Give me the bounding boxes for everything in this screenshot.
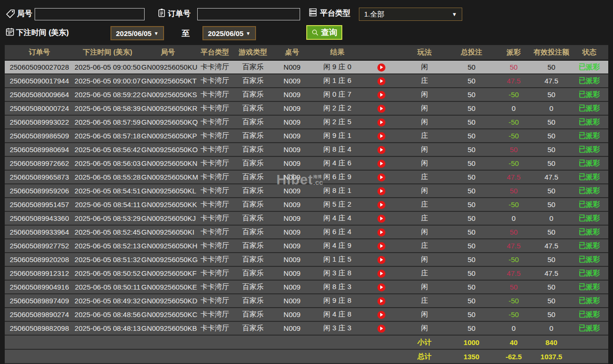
- date-to-picker[interactable]: 2025/06/05 ▼: [202, 26, 256, 40]
- play-video-button[interactable]: [377, 105, 385, 113]
- total-row: 总计1350-62.51037.5: [5, 350, 608, 364]
- table-row[interactable]: 2506050899277522025-06-05 08:52:13GN0092…: [5, 239, 608, 253]
- cell-game-type: 百家乐: [235, 104, 271, 113]
- table-row[interactable]: 2506050899930222025-06-05 08:57:59GN0092…: [5, 116, 608, 129]
- cell-valid-bet: 50: [532, 63, 570, 71]
- cell-total-bet: 50: [448, 310, 495, 318]
- play-video-button[interactable]: [377, 270, 385, 278]
- play-video-button[interactable]: [377, 283, 385, 291]
- cell-platform: 卡卡湾厅: [194, 90, 235, 99]
- table-row[interactable]: 2506050899339642025-06-05 08:52:45GN0092…: [5, 226, 608, 239]
- cell-order-no: 250605089972662: [5, 159, 74, 167]
- cell-valid-bet: 0: [532, 214, 570, 222]
- cell-total-bet: 50: [448, 283, 495, 291]
- cell-order-no: 250605089943360: [5, 214, 74, 222]
- order-no-input[interactable]: [197, 8, 300, 20]
- play-icon: [380, 285, 383, 289]
- cell-round-no: GN009256050KT: [141, 77, 194, 85]
- cell-round-no: GN009256050KM: [141, 173, 194, 181]
- play-video-button[interactable]: [377, 160, 385, 168]
- cell-platform: 卡卡湾厅: [194, 118, 235, 127]
- column-header: 平台类型: [194, 48, 235, 57]
- status-badge: 已派彩: [570, 214, 608, 223]
- table-row[interactable]: 2506050899049162025-06-05 08:50:11GN0092…: [5, 281, 608, 294]
- table-row[interactable]: 2506050899433602025-06-05 08:53:29GN0092…: [5, 212, 608, 226]
- table-row[interactable]: 2506050898820982025-06-05 08:48:13GN0092…: [5, 322, 608, 336]
- cell-round-no: GN009256050KS: [141, 91, 194, 99]
- play-icon: [380, 313, 383, 317]
- play-video-button[interactable]: [377, 91, 385, 99]
- play-video-button[interactable]: [377, 311, 385, 319]
- table-row[interactable]: 2506050899123122025-06-05 08:50:52GN0092…: [5, 267, 608, 281]
- table-row[interactable]: 2506050800096642025-06-05 08:59:22GN0092…: [5, 88, 608, 102]
- play-video-button[interactable]: [377, 187, 385, 195]
- cell-order-no: 250605089904916: [5, 283, 74, 291]
- subtotal-row: 小计100040840: [5, 336, 608, 350]
- chevron-down-icon: ▼: [154, 31, 159, 36]
- cell-valid-bet: 50: [532, 200, 570, 209]
- cell-bet-side: 闲: [401, 159, 448, 168]
- cell-result: 闲 9 庄 1: [313, 131, 361, 140]
- cell-table-no: N009: [271, 269, 313, 277]
- cell-game-type: 百家乐: [235, 63, 271, 72]
- cell-bet-time: 2025-06-05 08:55:28: [74, 173, 141, 181]
- play-video-button[interactable]: [377, 146, 385, 154]
- table-row[interactable]: 2506050899592062025-06-05 08:54:51GN0092…: [5, 184, 608, 198]
- cell-payout: 50: [495, 63, 532, 71]
- play-video-button[interactable]: [377, 118, 385, 127]
- cell-valid-bet: 50: [532, 146, 570, 154]
- cell-bet-side: 庄: [401, 296, 448, 305]
- play-video-button[interactable]: [377, 215, 385, 223]
- table-row[interactable]: 2506050899726622025-06-05 08:56:03GN0092…: [5, 157, 608, 171]
- status-badge: 已派彩: [570, 90, 608, 99]
- cell-bet-time: 2025-06-05 08:50:52: [74, 269, 141, 277]
- date-from-picker[interactable]: 2025/06/05 ▼: [110, 26, 164, 40]
- play-video-button[interactable]: [377, 77, 385, 85]
- cell-bet-side: 闲: [401, 104, 448, 113]
- cell-total-bet: 50: [448, 91, 495, 99]
- table-row[interactable]: 2506050899806942025-06-05 08:56:42GN0092…: [5, 143, 608, 157]
- tag-icon: [6, 9, 15, 18]
- play-video-button[interactable]: [377, 325, 385, 333]
- play-video-button[interactable]: [377, 64, 385, 72]
- search-button[interactable]: 查询: [306, 25, 342, 40]
- play-video-button[interactable]: [377, 132, 385, 140]
- play-video-button[interactable]: [377, 173, 385, 182]
- date-range-to-label: 至: [182, 28, 190, 39]
- cell-bet-side: 庄: [401, 131, 448, 140]
- table-row[interactable]: 2506050899658732025-06-05 08:55:28GN0092…: [5, 171, 608, 184]
- column-header: 游戏类型: [235, 48, 271, 57]
- table-row[interactable]: 2506050899865092025-06-05 08:57:18GN0092…: [5, 129, 608, 143]
- play-video-button[interactable]: [377, 297, 385, 305]
- table-row[interactable]: 2506050899514572025-06-05 08:54:11GN0092…: [5, 198, 608, 212]
- cell-result: 闲 6 庄 4: [313, 228, 361, 237]
- table-row[interactable]: 2506050898974092025-06-05 08:49:32GN0092…: [5, 294, 608, 308]
- column-header: 有效投注额: [532, 48, 570, 57]
- table-row[interactable]: 2506050900270282025-06-05 09:00:50GN0092…: [5, 61, 608, 74]
- status-badge: 已派彩: [570, 241, 608, 250]
- cell-round-no: GN009256050KG: [141, 255, 194, 264]
- table-row[interactable]: 2506050900179442025-06-05 09:00:07GN0092…: [5, 74, 608, 88]
- play-icon: [380, 79, 383, 83]
- cell-game-type: 百家乐: [235, 228, 271, 237]
- cell-bet-time: 2025-06-05 08:52:45: [74, 228, 141, 236]
- cell-total-bet: 50: [448, 146, 495, 154]
- play-video-button[interactable]: [377, 256, 385, 264]
- play-video-button[interactable]: [377, 201, 385, 209]
- cell-order-no: 250605089927752: [5, 242, 74, 250]
- cell-bet-side: 闲: [401, 186, 448, 195]
- table-row[interactable]: 2506050898902742025-06-05 08:48:56GN0092…: [5, 308, 608, 322]
- play-video-button[interactable]: [377, 242, 385, 250]
- table-row[interactable]: 2506050800007242025-06-05 08:58:39GN0092…: [5, 102, 608, 116]
- subtotal-row-payout: 40: [495, 338, 532, 346]
- cell-bet-time: 2025-06-05 08:54:51: [74, 187, 141, 195]
- cell-result: 闲 2 庄 2: [313, 104, 361, 113]
- play-video-button[interactable]: [377, 228, 385, 237]
- table-row[interactable]: 2506050899202082025-06-05 08:51:32GN0092…: [5, 253, 608, 267]
- cell-round-no: GN009256050KF: [141, 269, 194, 277]
- game-no-input[interactable]: [35, 8, 145, 20]
- cell-platform: 卡卡湾厅: [194, 159, 235, 168]
- cell-result: 闲 9 庄 8: [313, 296, 361, 305]
- platform-type-select[interactable]: 1.全部 ▼: [359, 8, 462, 21]
- cell-bet-time: 2025-06-05 08:48:56: [74, 310, 141, 318]
